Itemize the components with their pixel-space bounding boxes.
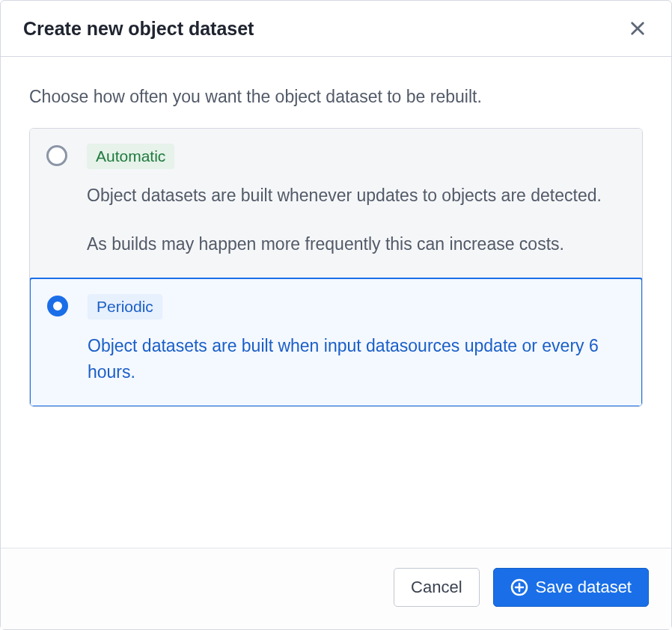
option-automatic[interactable]: Automatic Object datasets are built when… xyxy=(30,129,642,278)
option-periodic-content: Periodic Object datasets are built when … xyxy=(88,294,625,385)
badge-periodic: Periodic xyxy=(88,294,162,319)
option-automatic-content: Automatic Object datasets are built when… xyxy=(87,144,626,257)
save-dataset-button[interactable]: Save dataset xyxy=(493,568,649,607)
cancel-button[interactable]: Cancel xyxy=(394,568,479,607)
close-icon xyxy=(629,20,646,37)
option-periodic[interactable]: Periodic Object datasets are built when … xyxy=(29,278,643,407)
create-dataset-dialog: Create new object dataset Choose how oft… xyxy=(0,0,672,630)
badge-automatic: Automatic xyxy=(87,144,174,169)
dialog-footer: Cancel Save dataset xyxy=(1,548,671,629)
option-automatic-desc1: Object datasets are built whenever updat… xyxy=(87,183,626,209)
save-dataset-button-label: Save dataset xyxy=(536,578,632,597)
dialog-title: Create new object dataset xyxy=(23,18,254,40)
intro-text: Choose how often you want the object dat… xyxy=(29,87,643,107)
close-button[interactable] xyxy=(626,17,649,40)
plus-circle-icon xyxy=(510,578,528,596)
radio-periodic[interactable] xyxy=(47,296,68,316)
cancel-button-label: Cancel xyxy=(411,578,462,597)
dialog-header: Create new object dataset xyxy=(1,1,671,57)
option-automatic-desc2: As builds may happen more frequently thi… xyxy=(87,231,626,257)
radio-automatic[interactable] xyxy=(46,145,67,166)
rebuild-frequency-options: Automatic Object datasets are built when… xyxy=(29,128,643,407)
dialog-body: Choose how often you want the object dat… xyxy=(1,57,671,548)
option-automatic-desc: Object datasets are built whenever updat… xyxy=(87,183,626,257)
option-periodic-desc-text: Object datasets are built when input dat… xyxy=(88,333,625,385)
option-periodic-desc: Object datasets are built when input dat… xyxy=(88,333,625,385)
